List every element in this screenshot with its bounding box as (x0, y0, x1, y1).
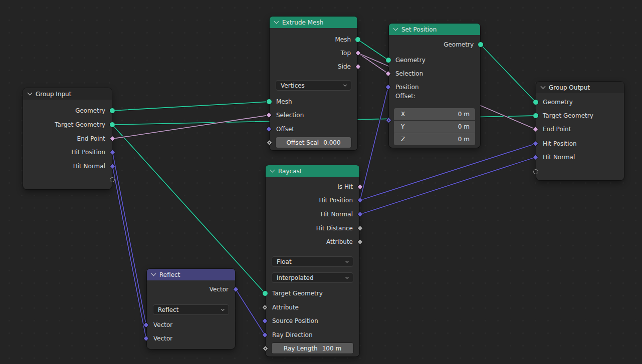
dropdown-value: Interpolated (277, 274, 314, 281)
geometry-input-socket[interactable] (385, 57, 391, 63)
socket-label: Hit Normal (73, 163, 105, 170)
socket-label: Vector (153, 335, 172, 342)
socket-row-vector-1: Vector (147, 320, 235, 330)
node-header[interactable]: Group Output (536, 82, 624, 93)
node-reflect[interactable]: Reflect Vector Reflect Vector Vector (147, 269, 235, 349)
socket-row-hit-normal: Hit Normal (536, 152, 624, 162)
node-link[interactable] (360, 87, 388, 200)
node-link[interactable] (360, 144, 536, 200)
socket-label: Ray Direction (272, 331, 313, 338)
collapse-chevron-icon[interactable] (274, 19, 279, 24)
socket-row-top: Top (270, 48, 357, 58)
mesh-output-socket[interactable] (355, 37, 361, 43)
collapse-chevron-icon[interactable] (270, 168, 275, 173)
socket-label: Hit Position (319, 197, 353, 204)
node-link[interactable] (113, 115, 269, 139)
socket-row-target-geometry: Target Geometry (266, 288, 359, 298)
offset-group-label: Offset: (389, 91, 480, 101)
axis-label: X (394, 111, 405, 118)
socket-label: Side (338, 63, 351, 70)
socket-row-side: Side (270, 62, 357, 72)
node-set-position[interactable]: Set Position Geometry Geometry Selection… (389, 24, 480, 148)
dropdown-value: Vertices (281, 82, 305, 89)
socket-row-geometry-out: Geometry (389, 40, 480, 50)
offset-x-field[interactable]: X 0 m (394, 108, 475, 120)
node-title: Group Output (549, 84, 590, 91)
node-header[interactable]: Extrude Mesh (270, 17, 357, 28)
node-extrude-mesh[interactable]: Extrude Mesh Mesh Top Side Vertices Mesh… (270, 17, 357, 150)
collapse-chevron-icon[interactable] (28, 91, 33, 96)
axis-value: 0 m (458, 111, 475, 118)
socket-row-target-geometry: Target Geometry (23, 120, 112, 130)
node-header[interactable]: Set Position (389, 24, 480, 35)
dropdown-value: Float (277, 258, 292, 265)
socket-row-mesh-in: Mesh (270, 97, 357, 107)
dropdown-chevron-icon (221, 307, 225, 311)
virtual-input-socket[interactable] (533, 169, 538, 174)
socket-row-offset: Offset (270, 124, 357, 134)
node-header[interactable]: Reflect (147, 269, 235, 280)
node-title: Raycast (278, 168, 302, 175)
socket-label: Mesh (276, 98, 292, 105)
socket-label: End Point (543, 126, 571, 133)
socket-row-target-geometry: Target Geometry (536, 111, 624, 121)
node-link[interactable] (113, 152, 146, 325)
node-link[interactable] (360, 157, 536, 214)
geometry-output-socket[interactable] (478, 42, 484, 48)
interpolation-dropdown[interactable]: Interpolated (272, 272, 353, 283)
virtual-output-socket[interactable] (110, 177, 115, 182)
dropdown-chevron-icon (343, 83, 347, 87)
field-label: Offset Scal (286, 139, 319, 146)
socket-row-source-position: Source Position (266, 316, 359, 326)
vector-math-operation-dropdown[interactable]: Reflect (153, 304, 229, 315)
socket-row-position: Position (389, 82, 480, 92)
node-link[interactable] (236, 289, 265, 335)
socket-label: Vector (153, 321, 172, 328)
socket-label: Offset (276, 126, 294, 133)
label-text: Offset: (395, 93, 415, 100)
node-group-output[interactable]: Group Output Geometry Target Geometry En… (536, 82, 624, 180)
socket-label: Mesh (335, 36, 351, 43)
socket-row-vector-out: Vector (147, 284, 235, 294)
offset-z-field[interactable]: Z 0 m (394, 133, 475, 145)
node-link[interactable] (112, 102, 269, 111)
socket-label: Source Position (272, 317, 318, 324)
offset-y-field[interactable]: Y 0 m (394, 121, 475, 133)
dropdown-chevron-icon (345, 259, 349, 263)
socket-row-hit-normal: Hit Normal (23, 161, 112, 171)
geometry-input-socket[interactable] (533, 99, 539, 105)
ray-length-field[interactable]: Ray Length 100 m (272, 343, 353, 353)
node-group-input[interactable]: Group Input Geometry Target Geometry End… (23, 88, 112, 189)
mesh-input-socket[interactable] (266, 99, 272, 105)
node-link[interactable] (481, 45, 536, 102)
target-geometry-input-socket[interactable] (262, 290, 268, 296)
socket-label: Attribute (272, 304, 299, 311)
target-geometry-input-socket[interactable] (533, 113, 539, 119)
node-editor-canvas[interactable]: Group Input Geometry Target Geometry End… (0, 0, 642, 364)
collapse-chevron-icon[interactable] (393, 26, 398, 31)
node-header[interactable]: Group Input (23, 88, 112, 100)
socket-row-geometry: Geometry (23, 106, 112, 116)
socket-label: Attribute (326, 238, 353, 245)
extrude-mode-dropdown[interactable]: Vertices (276, 80, 351, 91)
collapse-chevron-icon[interactable] (541, 84, 546, 89)
node-link[interactable] (113, 166, 146, 338)
socket-label: Target Geometry (272, 290, 323, 297)
geometry-output-socket[interactable] (109, 108, 115, 114)
socket-row-end-point: End Point (536, 124, 624, 134)
data-type-dropdown[interactable]: Float (272, 256, 353, 267)
node-title: Extrude Mesh (282, 19, 323, 26)
offset-scale-field[interactable]: Offset Scal 0.000 (276, 137, 351, 148)
socket-label: Target Geometry (543, 112, 593, 119)
socket-row-attribute-in: Attribute (266, 302, 359, 312)
node-header[interactable]: Raycast (266, 165, 359, 177)
socket-row-selection: Selection (270, 110, 357, 120)
socket-label: Target Geometry (55, 121, 105, 128)
node-raycast[interactable]: Raycast Is Hit Hit Position Hit Normal H… (266, 165, 359, 356)
target-geometry-output-socket[interactable] (109, 122, 115, 128)
socket-row-end-point: End Point (23, 134, 112, 144)
socket-row-vector-2: Vector (147, 333, 235, 343)
socket-label: Geometry (395, 57, 425, 64)
field-value: 100 m (322, 345, 341, 352)
collapse-chevron-icon[interactable] (151, 271, 156, 276)
